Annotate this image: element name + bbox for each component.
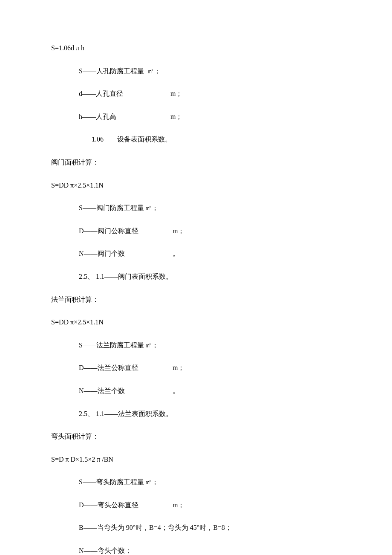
def-line: h——人孔高 m；	[79, 111, 341, 122]
def-label: S——法兰防腐工程量	[79, 340, 145, 351]
def-line: S——人孔防腐工程量 ㎡；	[79, 66, 341, 77]
def-unit: 。	[173, 385, 179, 396]
formula-elbow: S=D π D×1.5×2 π /BN	[51, 454, 341, 465]
section-title-elbow: 弯头面积计算：	[51, 431, 341, 442]
def-line: N——法兰个数 。	[79, 385, 341, 396]
formula-flange: S=DD π×2.5×1.1N	[51, 317, 341, 328]
def-unit: ㎡；	[145, 477, 159, 488]
formula-manhole: S=1.06d π h	[51, 43, 341, 54]
formula-valve: S=DD π×2.5×1.1N	[51, 180, 341, 191]
def-coefficient: 2.5、 1.1——阀门表面积系数。	[79, 271, 341, 282]
section-title-valve: 阀门面积计算：	[51, 157, 341, 168]
def-label: h——人孔高	[79, 111, 170, 122]
def-label: S——阀门防腐工程量	[79, 202, 145, 214]
def-line: N——阀门个数 。	[79, 248, 341, 259]
def-label: D——阀门公称直径	[79, 225, 173, 237]
def-coefficient: 1.06——设备表面积系数。	[92, 134, 341, 145]
def-label: S——人孔防腐工程量	[79, 66, 147, 77]
def-unit: m；	[170, 111, 182, 122]
def-line: D——法兰公称直径 m；	[79, 362, 341, 373]
def-line: B——当弯头为 90°时，B=4；弯头为 45°时，B=8；	[79, 522, 341, 533]
def-label: D——弯头公称直径	[79, 500, 173, 511]
def-coefficient: 2.5、 1.1——法兰表面积系数。	[79, 408, 341, 419]
def-line: S——弯头防腐工程量 ㎡；	[79, 477, 341, 488]
def-line: D——弯头公称直径 m；	[79, 500, 341, 511]
def-unit: ㎡；	[145, 340, 159, 351]
section-title-flange: 法兰面积计算：	[51, 294, 341, 305]
def-label: N——阀门个数	[79, 248, 173, 259]
def-line: D——阀门公称直径 m；	[79, 225, 341, 237]
def-line: S——阀门防腐工程量 ㎡；	[79, 202, 341, 214]
def-line: N——弯头个数；	[79, 545, 341, 555]
def-unit: ㎡；	[147, 66, 161, 77]
def-unit: ㎡；	[145, 202, 159, 214]
def-unit: m；	[173, 500, 184, 511]
def-unit: m；	[173, 362, 184, 373]
def-label: D——法兰公称直径	[79, 362, 173, 373]
def-unit: m；	[173, 225, 184, 237]
def-label: S——弯头防腐工程量	[79, 477, 145, 488]
def-unit: 。	[173, 248, 179, 259]
def-label: d——人孔直径	[79, 88, 170, 99]
def-label: N——法兰个数	[79, 385, 173, 396]
def-line: S——法兰防腐工程量 ㎡；	[79, 340, 341, 351]
def-line: d——人孔直径 m；	[79, 88, 341, 99]
def-unit: m；	[170, 88, 182, 99]
